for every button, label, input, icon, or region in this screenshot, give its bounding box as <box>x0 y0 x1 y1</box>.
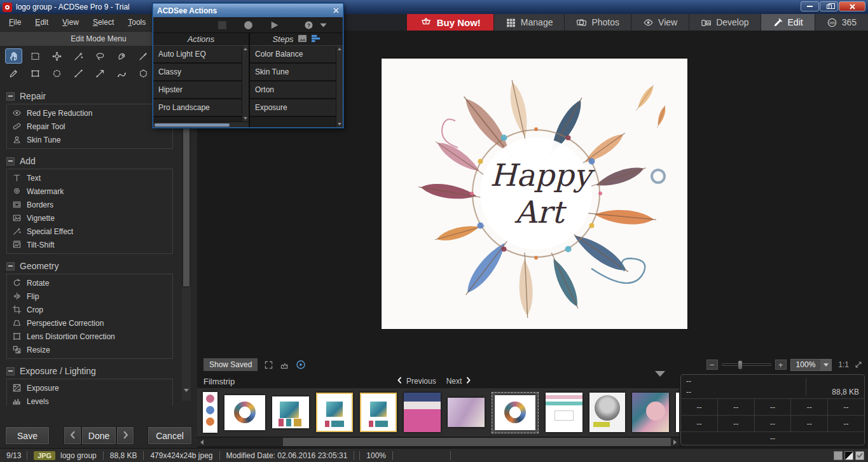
gray-swatch-icon[interactable] <box>834 451 843 460</box>
minimize-button[interactable] <box>801 1 819 11</box>
save-button[interactable]: Save <box>5 426 50 445</box>
line-tool[interactable] <box>70 66 87 81</box>
next-button[interactable]: Next <box>446 376 473 386</box>
rectangle-tool[interactable] <box>27 66 44 81</box>
zoom-out-button[interactable]: − <box>706 360 718 370</box>
dialog-close-button[interactable] <box>333 8 339 13</box>
sidebar-item-resize[interactable]: Resize <box>7 343 172 356</box>
tab-manage[interactable]: Manage <box>493 14 565 31</box>
action-item[interactable]: Auto Light EQ <box>153 46 242 64</box>
previous-button[interactable]: Previous <box>396 376 436 386</box>
sidebar-item-flip[interactable]: Flip <box>7 290 172 303</box>
action-item[interactable]: Hipster <box>153 81 242 99</box>
help-button[interactable]: ? <box>304 20 313 30</box>
sidebar-item-rotate[interactable]: Rotate <box>7 276 172 290</box>
arrow-tool[interactable] <box>92 66 109 81</box>
collapse-icon[interactable] <box>6 367 15 375</box>
sidebar-item-repair-tool[interactable]: Repair Tool <box>7 120 172 133</box>
sidebar-item-text[interactable]: Text <box>7 171 172 185</box>
step-item[interactable]: Skin Tune <box>250 64 336 81</box>
check-status-icon[interactable] <box>855 451 864 460</box>
actual-size-label[interactable]: 1:1 <box>838 360 849 369</box>
sidebar-item-lens-distortion-correction[interactable]: Lens Distortion Correction <box>7 330 172 343</box>
steps-layers-icon[interactable] <box>311 34 320 45</box>
menu-view[interactable]: View <box>62 18 79 27</box>
sidebar-item-skin-tune[interactable]: Skin Tune <box>7 133 172 146</box>
zoom-level-dropdown[interactable]: 100% <box>790 359 832 371</box>
marquee-select-tool[interactable] <box>27 48 44 64</box>
zoom-in-button[interactable]: + <box>775 360 787 370</box>
selected-thumbnail-frame[interactable] <box>492 392 539 433</box>
thumbnail-pastel-stripes[interactable] <box>546 393 582 432</box>
sidebar-item-levels[interactable]: Levels <box>7 395 172 405</box>
done-next-button[interactable] <box>116 426 134 445</box>
collapse-icon[interactable] <box>6 92 15 101</box>
dialog-dropdown-button[interactable] <box>319 20 328 30</box>
curve-tool[interactable] <box>113 66 130 81</box>
thumbnail-sun-collage-2[interactable] <box>360 393 397 432</box>
sidebar-item-exposure[interactable]: Exposure <box>7 381 172 395</box>
scroll-down-arrow[interactable] <box>184 389 189 392</box>
thumbnail-sun-collage[interactable] <box>272 396 309 428</box>
scroll-right-arrow[interactable] <box>670 440 679 445</box>
restore-button[interactable] <box>820 1 838 11</box>
menu-tools[interactable]: Tools <box>128 18 146 27</box>
thumbnail-feather-wreath-selected[interactable] <box>495 395 535 430</box>
step-item[interactable]: Color Balance <box>250 46 336 64</box>
sidebar-item-watermark[interactable]: Watermark <box>7 185 172 198</box>
cancel-button[interactable]: Cancel <box>148 426 192 445</box>
tab-develop[interactable]: Develop <box>689 14 760 31</box>
done-previous-button[interactable] <box>64 426 81 445</box>
tab-photos[interactable]: Photos <box>564 14 631 31</box>
show-saved-button[interactable]: Show Saved <box>203 358 258 371</box>
dialog-title-bar[interactable]: ACDSee Actions <box>153 4 343 17</box>
filmstrip-scroll-thumb[interactable] <box>283 438 671 446</box>
section-header-exposure-lighting[interactable]: Exposure / Lighting <box>6 365 173 377</box>
steps-image-icon[interactable] <box>298 34 307 45</box>
zoom-slider-thumb[interactable] <box>738 360 743 370</box>
close-button[interactable] <box>839 1 865 11</box>
actions-scrollbar[interactable] <box>242 46 249 122</box>
collapse-icon[interactable] <box>6 157 15 165</box>
zoom-dropdown-arrow[interactable] <box>820 360 831 370</box>
play-action-button[interactable] <box>269 20 280 31</box>
done-button[interactable]: Done <box>81 426 116 445</box>
ellipse-tool[interactable] <box>48 66 65 81</box>
pan-hand-tool[interactable] <box>5 48 22 64</box>
sidebar-item-crop[interactable]: Crop <box>7 303 172 316</box>
menu-edit[interactable]: Edit <box>35 18 48 27</box>
action-item[interactable]: Classy <box>153 64 242 81</box>
section-header-repair[interactable]: Repair <box>6 90 173 102</box>
section-header-add[interactable]: Add <box>6 155 173 167</box>
stop-record-button[interactable] <box>217 20 228 31</box>
thumbnail-sun-collage-bordered[interactable] <box>316 393 353 432</box>
actions-horizontal-scrollbar[interactable] <box>153 122 249 127</box>
fullscreen-icon[interactable] <box>264 360 273 370</box>
step-item[interactable]: Exposure <box>250 99 336 117</box>
pen-tool[interactable] <box>5 66 22 81</box>
contrast-swatch-icon[interactable] <box>844 451 853 460</box>
buy-now-button[interactable]: Buy Now! <box>407 14 493 31</box>
sidebar-item-vignette[interactable]: Vignette <box>7 211 172 225</box>
thumbnail-chevron-arrows[interactable] <box>676 393 679 432</box>
thumbnail-watercolor-collage[interactable] <box>632 393 669 432</box>
thumbnail-craft-pink[interactable] <box>404 393 441 432</box>
sidebar-item-special-effect[interactable]: Special Effect <box>7 225 172 238</box>
sidebar-item-red-eye-reduction[interactable]: Red Eye Reduction <box>7 106 172 120</box>
step-item[interactable]: Orton <box>250 81 336 99</box>
action-item[interactable]: Pro Landscape <box>153 99 242 117</box>
zoom-slider[interactable] <box>722 363 771 366</box>
fit-image-icon[interactable] <box>854 360 863 369</box>
histogram-icon[interactable] <box>280 360 289 370</box>
move-tool[interactable] <box>48 48 65 64</box>
menu-select[interactable]: Select <box>93 18 114 27</box>
record-button[interactable] <box>243 20 254 31</box>
thumbnail-portrait-collage[interactable] <box>589 393 625 432</box>
thumbnail-wreath-strip[interactable] <box>203 392 217 433</box>
thumbnail-feather-wreath[interactable] <box>224 395 265 430</box>
sidebar-item-tilt-shift[interactable]: Tilt-Shift <box>7 238 172 251</box>
tab-365[interactable]: 365365 <box>815 14 868 31</box>
sidebar-item-perspective-correction[interactable]: Perspective Correction <box>7 316 172 330</box>
tab-edit[interactable]: Edit <box>761 14 815 31</box>
magic-wand-tool[interactable] <box>70 48 87 64</box>
